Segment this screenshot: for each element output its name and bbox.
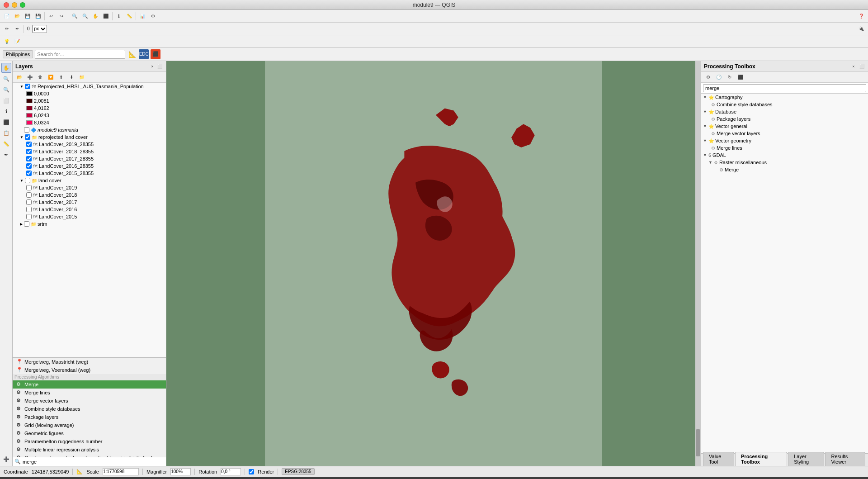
search-result-package-layers[interactable]: ⚙ Package layers [13,413,166,421]
tab-layer-styling[interactable]: Layer Styling [788,452,824,466]
proc-category-cartography[interactable]: ▼ ⭐ Cartography [701,94,868,101]
map-tips-btn[interactable]: 💡 [2,36,12,46]
layer-item-reprojected-land[interactable]: ▼ 📁 reprojected land cover [13,133,166,141]
minimize-button[interactable] [12,2,17,8]
proc-item-package-layers[interactable]: ⚙ Package layers [701,115,868,123]
layer-check-hrsl[interactable] [25,84,30,89]
proc-category-raster-misc[interactable]: ▼ ⚙ Raster miscellaneous [701,159,868,166]
new-project-btn[interactable]: 📄 [2,11,12,21]
digitize-tool[interactable]: ✒ [1,150,11,160]
search-result-mergelweg-maastricht[interactable]: 📍 Mergelweg, Maastricht (weg) [13,358,166,366]
help-btn[interactable]: ❓ [856,11,866,21]
edc-btn[interactable]: EDC [139,49,149,59]
layer-check-lc2016[interactable] [26,207,32,212]
tab-value-tool[interactable]: Value Tool [703,452,734,466]
layer-item-lc2017-28355[interactable]: 🗺 LandCover_2017_28355 [13,155,166,162]
attribute-tool[interactable]: 📋 [1,128,11,138]
proc-item-merge-vector[interactable]: ⚙ Merge vector layers [701,130,868,137]
edit-btn[interactable]: ✏ [2,24,12,34]
pan-map-tool[interactable]: ✋ [1,63,11,73]
layer-item-lc2019[interactable]: 🗺 LandCover_2019 [13,184,166,191]
layer-group-btn[interactable]: 📁 [77,72,87,82]
tab-processing-toolbox[interactable]: Processing Toolbox [735,452,787,466]
proc-category-gdal[interactable]: ▼ G GDAL [701,152,868,159]
digitize-btn[interactable]: ✒ [12,24,22,34]
layer-item-val2[interactable]: 4,0162 [13,104,166,112]
layer-item-module9-tasmania[interactable]: ▶ 🔷 module9 tasmania [13,126,166,133]
search-input[interactable] [35,50,125,59]
magnifier-input[interactable] [170,468,191,475]
zoom-out-tool[interactable]: 🔍 [1,85,11,95]
scale-input[interactable] [103,468,139,475]
open-layer-btn[interactable]: 📂 [14,72,24,82]
layer-check-lc2015[interactable] [26,214,32,219]
plugins-btn[interactable]: 🔌 [856,24,866,34]
layer-item-lc2015-28355[interactable]: 🗺 LandCover_2015_28355 [13,170,166,177]
layer-item-lc2017[interactable]: 🗺 LandCover_2017 [13,199,166,206]
select-feature-tool[interactable]: ⬛ [1,117,11,127]
search-result-mergelweg-voerendaal[interactable]: 📍 Mergelweg, Voerendaal (weg) [13,366,166,374]
zoom-out-btn[interactable]: 🔍 [80,11,90,21]
layer-item-val4[interactable]: 8,0324 [13,119,166,126]
layer-down-btn[interactable]: ⬇ [66,72,76,82]
search-result-merge[interactable]: ⚙ Merge [13,380,166,389]
search-result-merge-lines[interactable]: ⚙ Merge lines [13,389,166,397]
search-result-multiple-linear[interactable]: ⚙ Multiple linear regression analysis [13,446,166,454]
processing-btn[interactable]: ⚙ [148,11,158,21]
proc-category-vector-general[interactable]: ▼ ⭐ Vector general [701,123,868,130]
rotation-input[interactable] [221,468,241,475]
search-result-grid[interactable]: ⚙ Grid (Moving average) [13,421,166,429]
map-canvas[interactable] [166,61,701,466]
add-layer-btn[interactable]: ➕ [25,72,35,82]
attribute-table-btn[interactable]: 📊 [137,11,147,21]
select-btn[interactable]: ⬛ [101,11,111,21]
layer-item-lc2015[interactable]: 🗺 LandCover_2015 [13,213,166,220]
px-select[interactable]: px [32,25,47,33]
close-button[interactable] [4,2,9,8]
redo-btn[interactable]: ↪ [57,11,66,21]
layer-item-reprojected-hrsl[interactable]: ▼ 🗺 Reprojected_HRSL_AUS_Tasmania_Popula… [13,83,166,90]
proc-expand-btn[interactable]: ⬛ [736,72,745,82]
zoom-in-btn[interactable]: 🔍 [70,11,80,21]
processing-float-btn[interactable]: ⬜ [858,63,865,70]
layer-item-val1[interactable]: 2,0081 [13,97,166,104]
layer-check-lc2019-28355[interactable] [26,142,32,147]
layer-check-lc2018[interactable] [26,192,32,198]
save-as-btn[interactable]: 💾 [33,11,43,21]
search-result-paramemelton[interactable]: ⚙ Paramemelton ruggedness number [13,437,166,446]
layers-close-btn[interactable]: × [149,63,156,70]
proc-category-database[interactable]: ▼ ⭐ Database [701,108,868,115]
layer-item-lc2018-28355[interactable]: 🗺 LandCover_2018_28355 [13,148,166,155]
map-tips-loc-btn[interactable]: 📐 [127,49,137,59]
proc-settings-btn[interactable]: ⚙ [703,72,713,82]
location-dropdown[interactable]: Philippines [3,50,33,58]
epsg-btn[interactable]: EPSG:28355 [282,468,314,475]
layer-item-lc2016-28355[interactable]: 🗺 LandCover_2016_28355 [13,162,166,170]
processing-close-btn[interactable]: × [850,63,857,70]
measure-tool[interactable]: 📏 [1,139,11,149]
processing-search-input[interactable] [703,84,866,92]
search-result-create-random-neg[interactable]: ⚙ Create random raster layer (negative b… [13,454,166,457]
search-result-geometric[interactable]: ⚙ Geometric figures [13,429,166,437]
proc-item-combine-style[interactable]: ⚙ Combine style databases [701,101,868,108]
layer-check-lc[interactable] [25,178,30,183]
layer-item-land-cover[interactable]: ▼ 📁 land cover [13,177,166,184]
measure-btn[interactable]: 📏 [124,11,134,21]
search-result-merge-vector[interactable]: ⚙ Merge vector layers [13,397,166,405]
layer-check-lc2017[interactable] [26,199,32,205]
map-scrollbar-thumb[interactable] [696,429,700,456]
layer-check-srtm[interactable] [24,221,29,227]
layer-item-val0[interactable]: 0,0000 [13,90,166,97]
search-result-combine-style[interactable]: ⚙ Combine style databases [13,405,166,413]
zoom-in-tool[interactable]: 🔍 [1,74,11,84]
maximize-button[interactable] [20,2,25,8]
identify-tool[interactable]: ℹ [1,106,11,116]
layer-check-m9[interactable] [24,127,29,133]
render-checkbox[interactable] [249,469,254,474]
proc-item-merge-lines[interactable]: ⚙ Merge lines [701,144,868,152]
layer-check-lc2018-28355[interactable] [26,149,32,154]
proc-category-vector-geometry[interactable]: ▼ ⭐ Vector geometry [701,137,868,144]
add-feature-tool[interactable]: ➕ [1,454,11,464]
layer-check-lc2016-28355[interactable] [26,163,32,169]
layer-item-srtm[interactable]: ▶ 📁 srtm [13,220,166,228]
